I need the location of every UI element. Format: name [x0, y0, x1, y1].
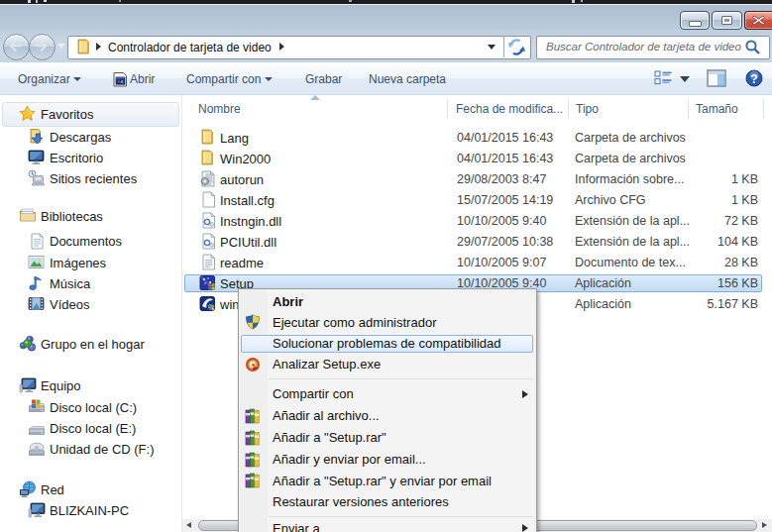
svg-text:?: ?	[750, 72, 757, 86]
